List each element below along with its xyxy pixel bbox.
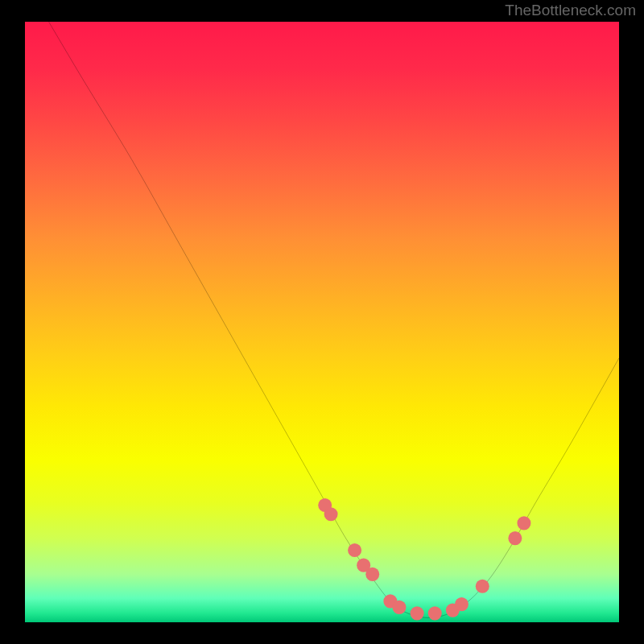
sample-dots: [318, 498, 530, 620]
sample-dot: [508, 531, 522, 545]
sample-dot: [365, 568, 379, 581]
watermark-text: TheBottleneck.com: [505, 2, 636, 19]
sample-dot: [428, 606, 442, 620]
sample-dot: [517, 516, 530, 530]
sample-dot: [324, 507, 338, 521]
sample-dot: [411, 606, 424, 620]
sample-dot: [476, 580, 489, 593]
bottleneck-curve: [49, 22, 619, 617]
sample-dot: [392, 601, 406, 614]
sample-dot: [455, 597, 469, 611]
sample-dot: [348, 543, 361, 557]
chart-container: TheBottleneck.com: [0, 0, 644, 644]
plot-area: [25, 22, 619, 622]
chart-svg: [25, 22, 619, 622]
